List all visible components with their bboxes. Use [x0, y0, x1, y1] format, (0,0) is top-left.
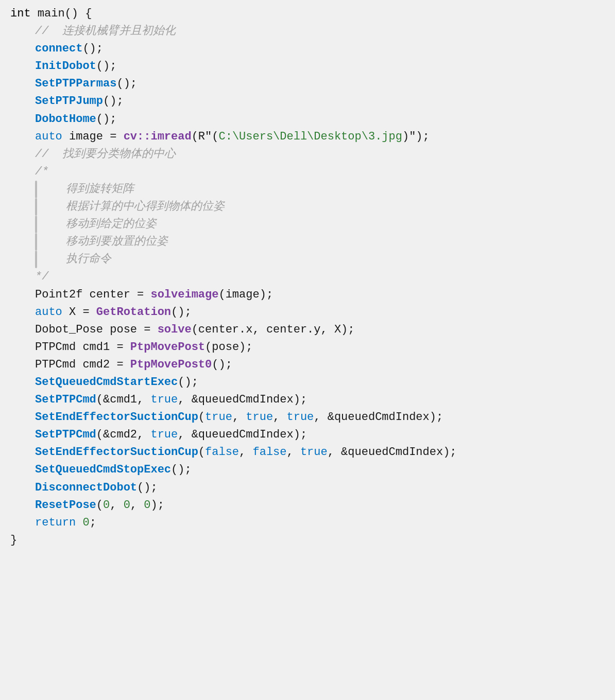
- token: solveimage: [150, 286, 218, 304]
- token: true: [287, 409, 314, 426]
- token: true: [300, 444, 328, 461]
- code-line: 执行命令: [10, 251, 605, 268]
- token: (&cmd1,: [96, 391, 151, 409]
- token: [76, 514, 82, 532]
- token: image =: [62, 128, 124, 146]
- comment-bar: [35, 216, 37, 233]
- code-editor: int main() {// 连接机械臂并且初始化connect();InitD…: [10, 5, 605, 549]
- token: 移动到给定的位姿: [66, 218, 157, 231]
- token: main() {: [31, 5, 92, 23]
- code-line: 得到旋转矩阵: [10, 181, 605, 198]
- code-line: auto X = GetRotation();: [10, 304, 605, 321]
- token: (R"(: [192, 128, 219, 146]
- token: SetQueuedCmdStartExec: [35, 374, 178, 391]
- token: 得到旋转矩阵: [66, 183, 134, 196]
- token: true: [246, 409, 273, 426]
- code-line: ResetPose(0, 0, 0);: [10, 497, 605, 514]
- token: ,: [232, 409, 246, 426]
- code-line: 移动到要放置的位姿: [10, 233, 605, 251]
- token: ();: [137, 479, 158, 497]
- token: ();: [82, 40, 103, 58]
- code-line: SetEndEffectorSuctionCup(false, false, t…: [10, 444, 605, 461]
- code-line: DobotHome();: [10, 111, 605, 128]
- token: ();: [116, 75, 137, 93]
- token: 0: [124, 497, 130, 514]
- code-line: // 找到要分类物体的中心: [10, 146, 605, 163]
- token: 移动到要放置的位姿: [66, 235, 168, 248]
- token: );: [150, 497, 164, 514]
- token: ;: [90, 514, 96, 532]
- token: Point2f center =: [35, 286, 150, 304]
- token: solve: [158, 321, 192, 339]
- token: PtpMovePost: [130, 339, 205, 356]
- token: ();: [178, 374, 198, 391]
- token: ();: [96, 58, 117, 75]
- token: ();: [171, 304, 192, 321]
- token: SetPTPCmd: [35, 391, 96, 409]
- token: false: [252, 444, 286, 461]
- token: 0: [144, 497, 150, 514]
- comment-bar: [35, 233, 37, 251]
- token: ,: [110, 497, 123, 514]
- token: InitDobot: [35, 58, 96, 75]
- code-line: InitDobot();: [10, 58, 605, 75]
- code-line: 移动到给定的位姿: [10, 216, 605, 233]
- token: DobotHome: [35, 111, 96, 128]
- token: GetRotation: [96, 304, 171, 321]
- token: PtpMovePost0: [130, 356, 212, 374]
- token: int: [10, 5, 31, 23]
- code-line: connect();: [10, 40, 605, 58]
- code-line: Dobot_Pose pose = solve(center.x, center…: [10, 321, 605, 339]
- token: (image);: [218, 286, 273, 304]
- token: auto: [35, 304, 62, 321]
- code-line: auto image = cv::imread(R"(C:\Users\Dell…: [10, 128, 605, 146]
- token: ();: [103, 93, 124, 110]
- code-line: PTPCmd cmd1 = PtpMovePost(pose);: [10, 339, 605, 356]
- comment-bar: [35, 198, 37, 216]
- token: SetPTPJump: [35, 93, 103, 110]
- token: DisconnectDobot: [35, 479, 137, 497]
- code-line: SetQueuedCmdStartExec();: [10, 374, 605, 391]
- comment-bar: [35, 181, 37, 198]
- code-line: int main() {: [10, 5, 605, 23]
- token: (pose);: [205, 339, 252, 356]
- token: , &queuedCmdIndex);: [314, 409, 443, 426]
- code-line: }: [10, 532, 605, 549]
- code-line: */: [10, 268, 605, 286]
- token: (&cmd2,: [96, 426, 151, 444]
- token: PTPCmd cmd2 =: [35, 356, 130, 374]
- token: */: [35, 268, 48, 286]
- code-line: /*: [10, 163, 605, 181]
- token: , &queuedCmdIndex);: [178, 391, 307, 409]
- code-line: Point2f center = solveimage(image);: [10, 286, 605, 304]
- code-line: 根据计算的中心得到物体的位姿: [10, 198, 605, 216]
- token: ,: [239, 444, 252, 461]
- token: Dobot_Pose pose =: [35, 321, 158, 339]
- token: return: [35, 514, 76, 532]
- token: ,: [273, 409, 286, 426]
- token: ();: [212, 356, 232, 374]
- token: //: [35, 146, 56, 163]
- code-line: SetEndEffectorSuctionCup(true, true, tru…: [10, 409, 605, 426]
- code-line: SetPTPParmas();: [10, 75, 605, 93]
- token: SetEndEffectorSuctionCup: [35, 409, 198, 426]
- token: SetEndEffectorSuctionCup: [35, 444, 198, 461]
- token: ();: [171, 461, 192, 479]
- token: ,: [287, 444, 300, 461]
- token: , &queuedCmdIndex);: [328, 444, 457, 461]
- token: C:\Users\Dell\Desktop\3.jpg: [218, 128, 402, 146]
- token: 连接机械臂并且初始化: [56, 23, 176, 40]
- code-line: return 0;: [10, 514, 605, 532]
- code-line: SetPTPCmd(&cmd1, true, &queuedCmdIndex);: [10, 391, 605, 409]
- token: 根据计算的中心得到物体的位姿: [66, 200, 225, 213]
- token: 执行命令: [66, 253, 111, 266]
- code-line: PTPCmd cmd2 = PtpMovePost0();: [10, 356, 605, 374]
- token: (: [198, 409, 205, 426]
- token: )");: [402, 128, 430, 146]
- token: 0: [103, 497, 110, 514]
- token: 0: [82, 514, 89, 532]
- comment-bar: [35, 251, 37, 268]
- token: ResetPose: [35, 497, 96, 514]
- token: /*: [35, 163, 48, 181]
- token: true: [150, 391, 178, 409]
